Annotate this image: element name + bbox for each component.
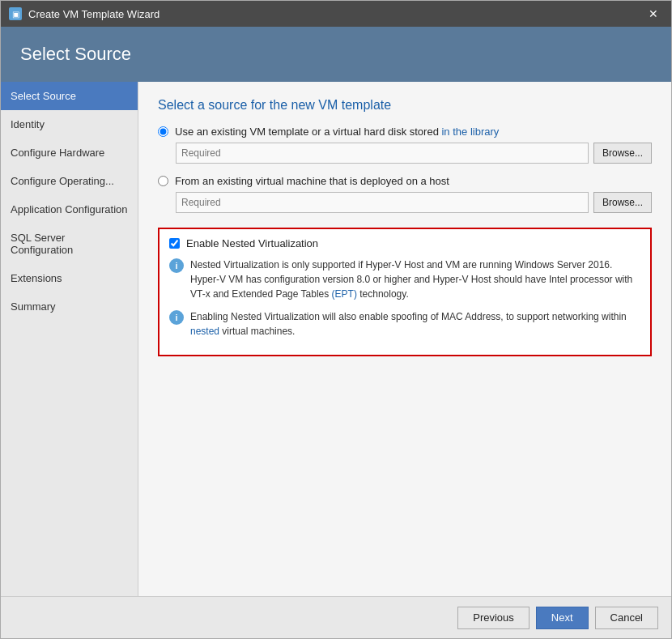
option1-row: Use an existing VM template or a virtual… xyxy=(158,126,652,138)
previous-button[interactable]: Previous xyxy=(457,607,530,629)
info-row-1: i Nested Virtualization is only supporte… xyxy=(169,258,640,301)
cancel-button[interactable]: Cancel xyxy=(595,607,658,629)
footer: Previous Next Cancel xyxy=(1,596,671,638)
option1-radio[interactable] xyxy=(158,126,168,137)
content-area: Select Source Identity Configure Hardwar… xyxy=(1,82,671,596)
sidebar-item-application-configuration[interactable]: Application Configuration xyxy=(1,195,138,224)
header: Select Source xyxy=(1,27,671,82)
window-title: Create VM Template Wizard xyxy=(28,8,644,20)
wizard-window: ▣ Create VM Template Wizard ✕ Select Sou… xyxy=(0,0,672,639)
info-icon-2: i xyxy=(169,310,184,325)
option2-input[interactable] xyxy=(176,192,589,213)
sidebar-item-sql-server-configuration[interactable]: SQL Server Configuration xyxy=(1,224,138,264)
option2-input-row: Browse... xyxy=(176,192,652,213)
main-content: Select a source for the new VM template … xyxy=(138,82,671,596)
sidebar-item-extensions[interactable]: Extensions xyxy=(1,264,138,292)
sidebar-item-configure-operating[interactable]: Configure Operating... xyxy=(1,167,138,195)
option1-input-row: Browse... xyxy=(176,143,652,164)
nested-virtualization-box: Enable Nested Virtualization i Nested Vi… xyxy=(158,228,652,356)
window-icon: ▣ xyxy=(9,7,22,20)
title-bar: ▣ Create VM Template Wizard ✕ xyxy=(1,1,671,27)
main-title: Select a source for the new VM template xyxy=(158,98,652,113)
info-icon-1: i xyxy=(169,258,184,273)
option2-radio[interactable] xyxy=(158,176,168,186)
info-row-2: i Enabling Nested Virtualization will al… xyxy=(169,309,640,339)
sidebar-item-configure-hardware[interactable]: Configure Hardware xyxy=(1,138,138,167)
info-text-1: Nested Virtualization is only supported … xyxy=(190,258,640,301)
sidebar-item-select-source[interactable]: Select Source xyxy=(1,82,138,110)
nested-virtualization-checkbox[interactable] xyxy=(169,238,180,249)
nested-virtualization-label[interactable]: Enable Nested Virtualization xyxy=(186,237,318,249)
option2-label[interactable]: From an existing virtual machine that is… xyxy=(175,175,449,187)
checkbox-row: Enable Nested Virtualization xyxy=(169,237,640,249)
option1-browse-button[interactable]: Browse... xyxy=(593,143,652,164)
next-button[interactable]: Next xyxy=(536,607,589,629)
option1-label[interactable]: Use an existing VM template or a virtual… xyxy=(175,126,499,138)
option2-browse-button[interactable]: Browse... xyxy=(593,192,652,213)
option2-row: From an existing virtual machine that is… xyxy=(158,175,652,187)
sidebar: Select Source Identity Configure Hardwar… xyxy=(1,82,138,596)
sidebar-item-summary[interactable]: Summary xyxy=(1,292,138,321)
sidebar-item-identity[interactable]: Identity xyxy=(1,110,138,138)
close-button[interactable]: ✕ xyxy=(644,4,663,23)
info-text-2: Enabling Nested Virtualization will also… xyxy=(190,309,640,339)
option1-input[interactable] xyxy=(176,143,589,164)
header-title: Select Source xyxy=(20,44,131,65)
